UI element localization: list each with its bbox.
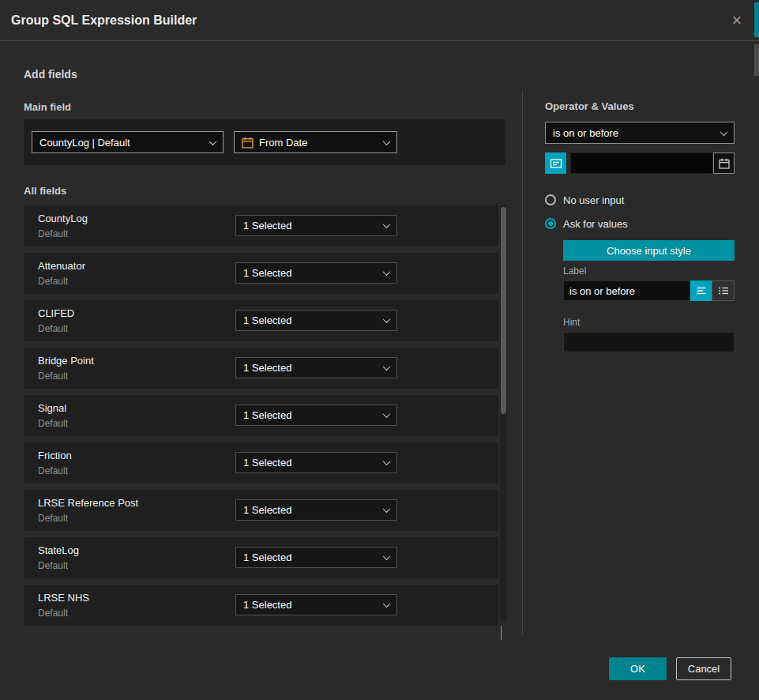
- scrollbar-down-arrow-icon[interactable]: [501, 626, 507, 632]
- field-name: CLIFED: [38, 307, 74, 319]
- field-selected-value: 1 Selected: [243, 362, 291, 374]
- field-selected-value: 1 Selected: [243, 409, 291, 421]
- dialog-title: Group SQL Expression Builder: [11, 0, 197, 41]
- operator-select[interactable]: is on or before: [545, 122, 735, 144]
- field-sublabel: Default: [38, 276, 68, 287]
- field-lines-icon: [550, 157, 562, 170]
- main-field-layer-select[interactable]: CountyLog | Default: [32, 131, 224, 153]
- field-name: CountyLog: [38, 213, 88, 224]
- field-selected-dropdown[interactable]: 1 Selected: [235, 262, 397, 284]
- field-selected-dropdown[interactable]: 1 Selected: [235, 405, 397, 426]
- dialog-header: Group SQL Expression Builder ×: [0, 0, 759, 41]
- calendar-icon: [719, 158, 730, 169]
- align-left-lines-icon: [696, 285, 707, 296]
- field-name: LRSE NHS: [38, 592, 89, 604]
- list-scrollbar-thumb[interactable]: [501, 207, 506, 414]
- field-selected-dropdown[interactable]: 1 Selected: [235, 310, 397, 331]
- label-input[interactable]: [563, 280, 690, 301]
- field-name: Attenuator: [38, 260, 85, 272]
- set-from-field-button[interactable]: [545, 152, 566, 174]
- operator-value-input[interactable]: [570, 152, 713, 174]
- chevron-down-icon: [383, 505, 391, 513]
- field-name: LRSE Reference Post: [38, 497, 138, 509]
- chevron-down-icon: [383, 410, 391, 418]
- window-edge-scrollbar[interactable]: [754, 0, 759, 700]
- cancel-button[interactable]: Cancel: [676, 657, 731, 680]
- field-row-bridge-point: Bridge Point Default 1 Selected: [24, 348, 498, 389]
- field-selected-dropdown[interactable]: 1 Selected: [235, 215, 397, 236]
- field-row-lrse-reference-post: LRSE Reference Post Default 1 Selected: [24, 490, 498, 531]
- chevron-down-icon: [383, 268, 391, 276]
- input-style-list-toggle[interactable]: [712, 280, 735, 301]
- radio-no-user-input[interactable]: No user input: [545, 194, 624, 206]
- chevron-down-icon: [383, 600, 391, 608]
- chevron-down-icon: [383, 552, 391, 560]
- field-sublabel: Default: [38, 608, 68, 619]
- label-caption: Label: [563, 265, 586, 277]
- field-sublabel: Default: [38, 560, 68, 571]
- chevron-down-icon: [383, 220, 391, 228]
- chevron-down-icon: [720, 128, 728, 136]
- field-selected-dropdown[interactable]: 1 Selected: [235, 452, 397, 473]
- all-fields-label: All fields: [24, 185, 66, 197]
- field-name: Signal: [38, 402, 66, 414]
- radio-circle-selected-icon: [545, 218, 556, 229]
- main-field-date-select[interactable]: From Date: [234, 131, 397, 153]
- date-picker-button[interactable]: [713, 152, 735, 174]
- field-selected-value: 1 Selected: [243, 457, 291, 469]
- field-selected-value: 1 Selected: [243, 220, 291, 231]
- main-field-date-select-value: From Date: [259, 137, 307, 149]
- field-name: StateLog: [38, 544, 79, 556]
- group-sql-expression-builder-dialog: Group SQL Expression Builder × Add field…: [0, 0, 759, 700]
- operator-values-heading: Operator & Values: [545, 100, 634, 112]
- hint-input[interactable]: [563, 332, 735, 352]
- add-fields-heading: Add fields: [24, 68, 77, 81]
- field-selected-value: 1 Selected: [243, 267, 291, 279]
- main-field-layer-select-value: CountyLog | Default: [39, 137, 130, 149]
- close-icon[interactable]: ×: [727, 11, 746, 30]
- vertical-divider: [522, 91, 523, 634]
- radio-label: Ask for values: [563, 218, 628, 230]
- field-sublabel: Default: [38, 228, 68, 239]
- field-row-friction: Friction Default 1 Selected: [24, 442, 498, 484]
- field-row-clifed: CLIFED Default 1 Selected: [24, 300, 498, 341]
- hint-caption: Hint: [563, 317, 580, 328]
- field-sublabel: Default: [38, 371, 68, 382]
- chevron-down-icon: [383, 457, 391, 465]
- radio-ask-for-values[interactable]: Ask for values: [545, 217, 628, 230]
- field-selected-dropdown[interactable]: 1 Selected: [235, 357, 397, 378]
- input-style-single-line-toggle[interactable]: [690, 280, 712, 301]
- field-name: Friction: [38, 450, 72, 461]
- list-icon: [718, 285, 729, 296]
- operator-select-value: is on or before: [553, 127, 618, 139]
- list-scrollbar-track[interactable]: [500, 205, 507, 623]
- radio-circle-icon: [545, 194, 556, 205]
- chevron-down-icon: [383, 137, 391, 145]
- edge-scrollbar-segment: [754, 44, 759, 76]
- radio-label: No user input: [563, 194, 624, 206]
- field-row-lrse-nhs: LRSE NHS Default 1 Selected: [24, 585, 498, 626]
- field-row-countylog: CountyLog Default 1 Selected: [24, 205, 498, 247]
- field-row-statelog: StateLog Default 1 Selected: [24, 537, 498, 578]
- field-selected-dropdown[interactable]: 1 Selected: [235, 547, 397, 568]
- main-field-panel: CountyLog | Default From Date: [24, 119, 505, 165]
- field-selected-value: 1 Selected: [243, 599, 291, 611]
- field-sublabel: Default: [38, 418, 68, 429]
- field-sublabel: Default: [38, 513, 68, 524]
- field-sublabel: Default: [38, 465, 68, 476]
- field-selected-dropdown[interactable]: 1 Selected: [235, 499, 397, 521]
- field-selected-dropdown[interactable]: 1 Selected: [235, 594, 397, 615]
- field-selected-value: 1 Selected: [243, 314, 291, 326]
- field-name: Bridge Point: [38, 355, 94, 367]
- field-selected-value: 1 Selected: [243, 551, 291, 563]
- chevron-down-icon: [383, 315, 391, 323]
- choose-input-style-button[interactable]: Choose input style: [563, 240, 735, 261]
- ok-button[interactable]: OK: [609, 657, 667, 680]
- field-row-attenuator: Attenuator Default 1 Selected: [24, 253, 498, 294]
- field-selected-value: 1 Selected: [243, 504, 291, 516]
- field-sublabel: Default: [38, 323, 68, 334]
- calendar-icon: [242, 137, 254, 149]
- edge-scrollbar-thumb[interactable]: [754, 2, 759, 37]
- chevron-down-icon: [383, 363, 391, 371]
- chevron-down-icon: [209, 137, 217, 145]
